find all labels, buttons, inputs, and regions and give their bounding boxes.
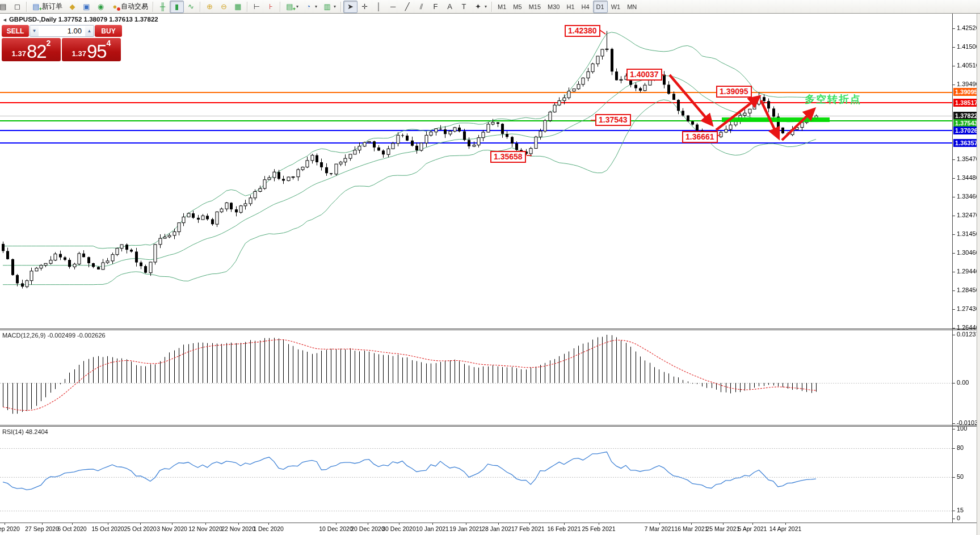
toolbar-line-chart-type-button[interactable]: ∿ — [184, 1, 198, 13]
timeframe-tf-m15-button[interactable]: M15 — [525, 1, 544, 13]
toolbar-candle-chart-type-button[interactable]: ▮ — [170, 1, 184, 13]
toolbar-autotrade-button[interactable]: ●自动交易 — [108, 1, 151, 13]
shapes-dropdown-caret[interactable]: ▾ — [485, 4, 487, 9]
toolbar-separator — [491, 2, 493, 12]
new-order-icon: ▤+ — [32, 3, 40, 10]
price-annotation-label[interactable]: 1.42380 — [565, 25, 600, 37]
templates-dropdown-caret[interactable]: ▾ — [334, 4, 336, 9]
main-toolbar: ▤◻▤+新订单◆▣◉●自动交易╫▮∿⊕⊖▦⊢⊦▤+▾◔▾▥▾➤✛│─╱⫽FAT✦… — [0, 0, 980, 14]
volume-increase-button[interactable]: ▲ — [85, 26, 94, 36]
volume-input[interactable] — [39, 26, 85, 36]
line-chart-type-icon: ∿ — [187, 3, 195, 10]
tile-windows-icon: ▦ — [234, 3, 242, 10]
buy-button[interactable]: BUY — [95, 25, 122, 37]
volume-decrease-button[interactable]: ▼ — [30, 26, 39, 36]
signals-icon: ◉ — [96, 3, 105, 10]
toolbar-templates-button[interactable]: ▥▾ — [320, 1, 339, 13]
sell-price-sup: 2 — [47, 40, 51, 46]
toolbar-trendline-button[interactable]: ╱ — [400, 1, 414, 13]
cursor-icon: ➤ — [346, 3, 355, 10]
one-click-trading-panel: SELL ▼ ▲ BUY 1.37 82 2 1.37 95 4 — [2, 25, 122, 61]
toolbar-separator — [340, 2, 342, 12]
timeframe-tf-h4-button[interactable]: H4 — [578, 1, 593, 13]
timeframe-tf-h1-button[interactable]: H1 — [563, 1, 578, 13]
toolbar-data-window-button[interactable]: ◻ — [10, 1, 24, 13]
toolbar-fibonacci-button[interactable]: F — [428, 1, 443, 13]
toolbar-chart-shift-button[interactable]: ⊢ — [250, 1, 264, 13]
fibonacci-icon: F — [431, 3, 440, 10]
terminal-icon: ▣ — [82, 3, 91, 10]
toolbar-history-center-button[interactable]: ◆ — [65, 1, 79, 13]
price-annotation-label[interactable]: 1.37543 — [595, 114, 631, 126]
toolbar-auto-scroll-button[interactable]: ⊦ — [264, 1, 278, 13]
buy-price-prefix: 1.37 — [72, 48, 86, 60]
toolbar-separator — [200, 2, 201, 12]
toolbar-new-order-button[interactable]: ▤+新订单 — [29, 1, 65, 13]
toolbar-zoom-out-button[interactable]: ⊖ — [217, 1, 231, 13]
sell-price-box[interactable]: 1.37 82 2 — [2, 38, 61, 61]
toolbar-equidistant-channel-button[interactable]: ⫽ — [414, 1, 428, 13]
toolbar-periods-button[interactable]: ◔▾ — [301, 1, 320, 13]
timeframe-tf-w1-button[interactable]: W1 — [608, 1, 624, 13]
toolbar-bar-chart-type-button[interactable]: ╫ — [155, 1, 170, 13]
timeframe-tf-m1-button[interactable]: M1 — [494, 1, 510, 13]
zoom-in-icon: ⊕ — [205, 3, 214, 10]
sell-button[interactable]: SELL — [2, 25, 29, 37]
zoom-out-icon: ⊖ — [220, 3, 228, 10]
annotation-arrows[interactable] — [0, 0, 980, 535]
crosshair-icon: ✛ — [360, 3, 369, 10]
autotrade-icon: ● — [111, 3, 119, 10]
sell-price-big: 82 — [27, 44, 47, 60]
new-order-label: 新订单 — [42, 2, 62, 11]
mt4-window: { "toolbar": { "groups": [ {"items": [ {… — [0, 0, 980, 535]
buy-price-box[interactable]: 1.37 95 4 — [62, 38, 121, 61]
volume-stepper: ▼ ▲ — [30, 25, 94, 37]
toolbar-cursor-button[interactable]: ➤ — [343, 1, 357, 13]
chart-shift-icon: ⊢ — [253, 3, 261, 10]
toolbar-separator — [247, 2, 248, 12]
price-annotation-label[interactable]: 1.35658 — [490, 151, 526, 163]
trendline-icon: ╱ — [403, 3, 411, 10]
price-annotation-label[interactable]: 1.39095 — [716, 86, 752, 98]
templates-icon: ▥ — [323, 3, 331, 10]
toolbar-tile-windows-button[interactable]: ▦ — [231, 1, 245, 13]
toolbar-indicators-button[interactable]: ▤+▾ — [283, 1, 301, 13]
toolbar-separator — [280, 2, 281, 12]
timeframe-tf-m30-button[interactable]: M30 — [544, 1, 563, 13]
price-annotation-label[interactable]: 1.40037 — [626, 69, 662, 81]
toolbar-separator — [153, 2, 154, 12]
price-annotation-label[interactable]: 1.36661 — [682, 131, 718, 143]
autotrade-label: 自动交易 — [121, 2, 148, 11]
toolbar-horizontal-line-button[interactable]: ─ — [386, 1, 400, 13]
toolbar-separator — [26, 2, 27, 12]
timeframe-tf-mn-button[interactable]: MN — [624, 1, 640, 13]
periods-dropdown-caret[interactable]: ▾ — [315, 4, 317, 9]
vertical-line-icon: │ — [375, 3, 383, 10]
toolbar-terminal-button[interactable]: ▣ — [79, 1, 94, 13]
text-label-icon: T — [460, 3, 468, 10]
chinese-annotation[interactable]: 多空转折点 — [805, 92, 861, 106]
data-window-icon: ◻ — [13, 3, 22, 10]
candle-chart-type-icon: ▮ — [173, 3, 181, 10]
buy-price-big: 95 — [87, 44, 107, 60]
toolbar-crosshair-button[interactable]: ✛ — [357, 1, 372, 13]
history-center-icon: ◆ — [68, 3, 77, 10]
sell-price-prefix: 1.37 — [12, 48, 26, 60]
indicators-dropdown-caret[interactable]: ▾ — [296, 4, 298, 9]
toolbar-text-label-button[interactable]: T — [457, 1, 471, 13]
toolbar-signals-button[interactable]: ◉ — [94, 1, 108, 13]
buy-price-sup: 4 — [107, 40, 111, 46]
timeframe-tf-d1-button[interactable]: D1 — [593, 1, 608, 13]
auto-scroll-icon: ⊦ — [267, 3, 275, 10]
periods-icon: ◔ — [304, 3, 313, 10]
toolbar-vertical-line-button[interactable]: │ — [372, 1, 386, 13]
timeframe-tf-m5-button[interactable]: M5 — [510, 1, 525, 13]
indicators-icon: ▤+ — [285, 3, 294, 10]
bar-chart-type-icon: ╫ — [158, 3, 167, 10]
toolbar-zoom-in-button[interactable]: ⊕ — [203, 1, 217, 13]
toolbar-text-button[interactable]: A — [443, 1, 457, 13]
horizontal-line-icon: ─ — [389, 3, 397, 10]
toolbar-market-watch-button[interactable]: ▤ — [0, 1, 10, 13]
text-icon: A — [445, 3, 454, 10]
toolbar-shapes-button[interactable]: ✦▾ — [471, 1, 490, 13]
